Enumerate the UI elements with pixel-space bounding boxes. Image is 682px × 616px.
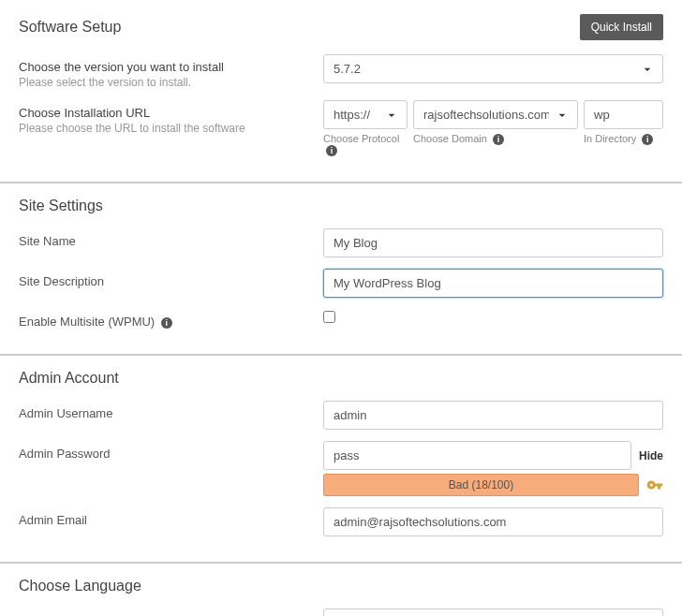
multisite-control (323, 309, 663, 326)
site-settings-section: Site Settings Site Name Site Description… (0, 183, 682, 356)
site-description-label: Site Description (19, 269, 323, 288)
info-icon[interactable]: i (161, 317, 172, 329)
version-row: Choose the version you want to install P… (19, 54, 663, 89)
site-name-label: Site Name (19, 228, 323, 248)
version-control: 5.7.2 (323, 54, 663, 83)
version-select[interactable]: 5.7.2 (323, 54, 663, 83)
section-title: Admin Account (19, 370, 119, 387)
admin-password-input[interactable] (323, 441, 631, 470)
protocol-select[interactable]: https:// (323, 100, 408, 129)
section-title: Software Setup (19, 19, 121, 36)
url-sublabel: Please choose the URL to install the sof… (19, 122, 323, 135)
admin-email-label: Admin Email (19, 507, 323, 527)
admin-username-control (323, 401, 663, 430)
version-label-block: Choose the version you want to install P… (19, 54, 323, 89)
hide-toggle[interactable]: Hide (639, 449, 663, 462)
site-name-input[interactable] (323, 228, 663, 257)
key-icon[interactable] (646, 477, 663, 493)
language-select[interactable]: English (323, 609, 663, 616)
directory-input[interactable] (584, 100, 663, 129)
section-title: Site Settings (19, 198, 103, 214)
admin-password-label: Admin Password (19, 441, 323, 461)
protocol-label: Choose Protocol i (323, 133, 408, 156)
directory-label: In Directory i (584, 133, 663, 156)
site-name-row: Site Name (19, 228, 663, 257)
info-icon[interactable]: i (642, 134, 653, 145)
site-description-control (323, 269, 663, 298)
admin-email-row: Admin Email (19, 507, 663, 536)
software-setup-section: Software Setup Quick Install Choose the … (0, 0, 682, 183)
url-label: Choose Installation URL (19, 106, 323, 120)
multisite-checkbox[interactable] (323, 311, 335, 323)
admin-password-row: Admin Password Hide Bad (18/100) (19, 441, 663, 496)
admin-username-row: Admin Username (19, 401, 663, 430)
multisite-label: Enable Multisite (WPMU) i (19, 309, 323, 329)
admin-username-input[interactable] (323, 401, 663, 430)
language-label: Select Language (19, 609, 323, 616)
site-name-control (323, 228, 663, 257)
info-icon[interactable]: i (326, 145, 337, 156)
admin-email-control (323, 507, 663, 536)
url-row: Choose Installation URL Please choose th… (19, 100, 663, 156)
site-description-row: Site Description (19, 269, 663, 298)
section-header: Choose Language (19, 578, 663, 594)
site-description-input[interactable] (323, 269, 663, 298)
section-header: Site Settings (19, 198, 663, 214)
domain-label: Choose Domain i (413, 133, 578, 156)
section-title: Choose Language (19, 578, 141, 594)
language-row: Select Language English (19, 609, 663, 616)
version-label: Choose the version you want to install (19, 60, 323, 74)
multisite-row: Enable Multisite (WPMU) i (19, 309, 663, 329)
quick-install-button[interactable]: Quick Install (580, 14, 663, 40)
language-section: Choose Language Select Language English (0, 564, 682, 616)
section-header: Software Setup Quick Install (19, 14, 663, 40)
url-control: https:// rajsoftechsolutions.com Choose … (323, 100, 663, 156)
admin-password-control: Hide Bad (18/100) (323, 441, 663, 496)
language-control: English (323, 609, 663, 616)
domain-select[interactable]: rajsoftechsolutions.com (413, 100, 578, 129)
admin-account-section: Admin Account Admin Username Admin Passw… (0, 356, 682, 564)
info-icon[interactable]: i (493, 134, 504, 145)
section-header: Admin Account (19, 370, 663, 387)
version-sublabel: Please select the version to install. (19, 76, 323, 89)
admin-username-label: Admin Username (19, 401, 323, 420)
url-label-block: Choose Installation URL Please choose th… (19, 100, 323, 135)
password-strength-bar: Bad (18/100) (323, 474, 639, 496)
admin-email-input[interactable] (323, 507, 663, 536)
